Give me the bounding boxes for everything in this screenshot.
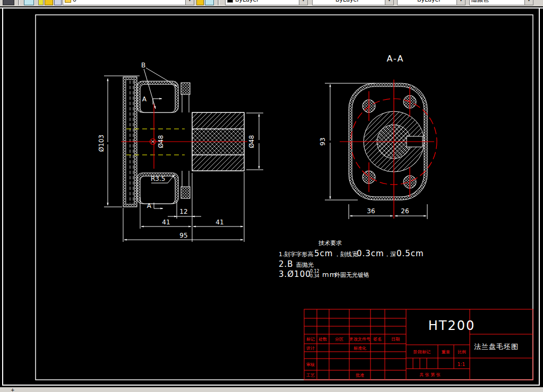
tech-line1-p4: 0.3cm: [357, 249, 384, 258]
tb-label-sign: 签名: [373, 337, 382, 342]
surface-b-label: B: [141, 62, 145, 69]
tech-line1-p1: 1.刻字字形高: [279, 251, 314, 258]
tech-line1-p3: ，刻线宽: [334, 251, 358, 258]
section-a-bottom-label: A: [147, 202, 152, 210]
tb-label-zone: 分区: [335, 337, 343, 342]
tb-label-design: 设计: [306, 346, 315, 351]
drawing-canvas[interactable]: Ø103 Ø48 Ø48 R3.5 12 41 41 95 B A A: [0, 0, 543, 392]
dim-length-right: 41: [216, 219, 223, 226]
tb-label-scale: 比例: [458, 350, 466, 354]
tech-line3-p1: 3.Ø100: [279, 269, 311, 279]
dim-groove-width: 12: [179, 208, 187, 215]
material-designation: HT200: [428, 318, 476, 333]
tech-line1-p5: ，深: [384, 251, 396, 258]
tb-label-mark: 标记: [306, 337, 315, 342]
tb-label-date: 日期: [391, 337, 400, 342]
tech-requirements: 技术要求 1.刻字字形高 5cm ，刻线宽 0.3cm ，深 0.5cm 2.B…: [279, 240, 424, 279]
dim-length-left: 41: [162, 219, 170, 226]
tech-line2-p2: 面抛光: [296, 262, 314, 268]
tb-label-audit: 审核: [306, 362, 315, 367]
dim-fillet: R3.5: [151, 175, 165, 182]
tech-line2-p1: 2.B: [279, 259, 294, 269]
dim-center-hole: Ø48: [157, 135, 165, 149]
section-title: A-A: [387, 54, 404, 64]
tb-label-stage-mark: 阶段标记: [413, 350, 430, 354]
tb-sheets: 共 张 第 张: [419, 372, 441, 377]
tech-title: 技术要求: [318, 240, 342, 247]
tech-line1-p2: 5cm: [314, 249, 333, 258]
tb-scale-value: 1:1: [458, 362, 465, 367]
tb-label-process: 工艺: [306, 373, 315, 378]
section-a-top-label: A: [142, 95, 147, 103]
dim-length-total: 95: [179, 232, 187, 239]
dim-section-right: 26: [401, 207, 409, 215]
tb-label-change-doc: 更改文件号: [349, 337, 370, 342]
tb-label-standard: 标准化: [354, 346, 366, 351]
tb-label-approve: 批准: [356, 373, 364, 378]
drawing-title: 法兰盘毛坯图: [474, 343, 519, 351]
dim-section-left: 36: [367, 207, 375, 215]
tech-line1-p6: 0.5cm: [397, 249, 424, 258]
tech-tolerance-upper: -0.12: [308, 269, 320, 274]
tech-line3-p3: 外圆无光镀铬: [334, 272, 369, 278]
tb-label-qty: 处数: [318, 337, 327, 342]
dim-boss-od: Ø48: [248, 135, 255, 149]
dim-section-height: 93: [319, 137, 326, 145]
dim-flange-od: Ø103: [98, 135, 105, 152]
tb-label-weight: 重量: [441, 350, 450, 354]
tech-tolerance-lower: -0.34: [308, 274, 320, 278]
